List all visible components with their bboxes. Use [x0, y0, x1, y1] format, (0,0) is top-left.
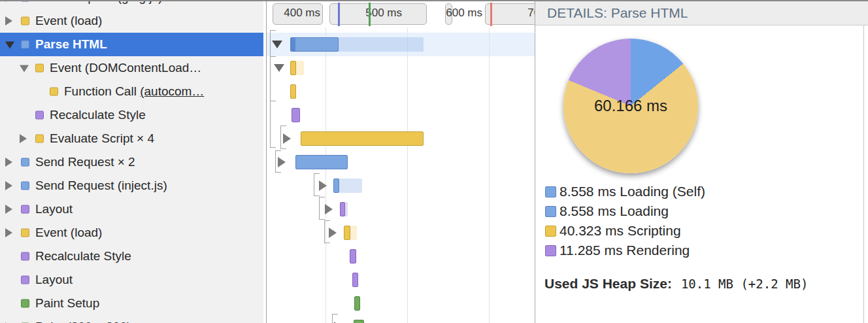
tree-row-send-request-2[interactable]: Send Request × 2	[0, 150, 263, 174]
tree-row-layout[interactable]: Layout	[0, 197, 263, 221]
hierarchy-bracket	[275, 150, 276, 173]
hierarchy-bracket-tick	[270, 147, 276, 148]
tree-row-label: Send Request × 2	[35, 150, 135, 174]
scripting-activity-bar[interactable]	[290, 61, 296, 75]
legend-item-text: 8.558 ms Loading	[559, 203, 669, 219]
tree-row-label: Send Request (inject.js)	[35, 174, 167, 197]
loading-legend-swatch-icon	[545, 186, 556, 197]
disclosure-triangle-icon[interactable]	[5, 42, 14, 49]
legend-item-8-558-ms-loading: 8.558 ms Loading	[545, 201, 705, 221]
flame-disclosure-triangle-icon[interactable]	[319, 180, 327, 191]
tree-row-label: Recalculate Style	[50, 103, 146, 127]
tree-row-layout[interactable]: Layout	[0, 268, 263, 292]
rendering-activity-bar[interactable]	[350, 249, 356, 264]
tree-row-label: Event (load)	[35, 221, 102, 245]
tree-row-label: Event (load)	[35, 9, 102, 33]
painting-category-icon	[21, 299, 29, 308]
ruler-tick-label: 400 ms	[263, 7, 320, 20]
rendering-activity-bar[interactable]	[292, 108, 300, 122]
flame-disclosure-triangle-icon[interactable]	[272, 41, 282, 48]
legend-item-11-285-ms-rendering: 11.285 ms Rendering	[545, 241, 705, 260]
green-event-marker-line	[369, 3, 371, 26]
flame-disclosure-triangle-icon[interactable]	[325, 204, 333, 214]
tree-row-label: Send Request (gtag.js)	[35, 1, 162, 9]
hierarchy-bracket-tick	[275, 150, 281, 151]
details-panel: DETAILS: Parse HTML 60.166 ms 8.558 ms L…	[535, 1, 868, 323]
painting-activity-bar[interactable]	[354, 296, 360, 311]
hierarchy-bracket	[270, 30, 271, 148]
heap-size-value: 10.1 MB (+2.2 MB)	[681, 277, 808, 291]
rendering-activity-bar[interactable]	[340, 202, 345, 216]
tree-row-send-request-inject-js[interactable]: Send Request (inject.js)	[0, 174, 263, 197]
hierarchy-bracket-tick	[314, 196, 320, 196]
flame-disclosure-triangle-icon[interactable]	[274, 64, 284, 72]
flame-disclosure-triangle-icon[interactable]	[283, 133, 291, 144]
tree-row-paint-800-800[interactable]: Paint (800 × 800)	[0, 315, 263, 323]
hierarchy-bracket-tick	[270, 56, 276, 57]
scripting-category-icon	[35, 64, 44, 73]
legend-item-8-558-ms-loading-self: 8.558 ms Loading (Self)	[545, 182, 705, 201]
tree-row-link[interactable]: (autocom…	[140, 84, 204, 98]
tree-row-evaluate-script-4[interactable]: Evaluate Script × 4	[0, 127, 263, 150]
tree-row-label: Event (DOMContentLoad…	[50, 56, 201, 80]
flame-disclosure-triangle-icon[interactable]	[278, 157, 286, 167]
disclosure-triangle-icon[interactable]	[5, 158, 12, 167]
hierarchy-bracket-tick	[324, 243, 330, 243]
scripting-activity-ghost-bar	[295, 61, 304, 75]
legend-item-text: 40.323 ms Scripting	[559, 223, 681, 239]
tree-row-send-request-gtag-js[interactable]: Send Request (gtag.js)	[0, 1, 263, 9]
hierarchy-bracket	[324, 220, 325, 243]
hierarchy-bracket-tick	[275, 172, 281, 173]
hierarchy-bracket	[332, 314, 333, 323]
loading-activity-bar[interactable]	[295, 155, 348, 169]
pie-legend: 8.558 ms Loading (Self)8.558 ms Loading4…	[545, 182, 705, 260]
rendering-category-icon	[21, 276, 29, 284]
tree-row-label: Layout	[35, 268, 73, 292]
hierarchy-bracket-tick	[280, 126, 286, 126]
disclosure-triangle-icon[interactable]	[5, 1, 12, 2]
flame-disclosure-triangle-icon[interactable]	[329, 228, 337, 238]
scripting-activity-bar[interactable]	[344, 226, 350, 240]
scripting-category-icon	[21, 17, 29, 26]
ruler-tick-label: 700 ms	[492, 7, 535, 20]
tree-row-event-load[interactable]: Event (load)	[0, 221, 263, 245]
disclosure-triangle-icon[interactable]	[20, 134, 27, 143]
tree-row-label: Function Call (autocom…	[64, 80, 204, 103]
rendering-activity-bar[interactable]	[352, 273, 358, 287]
tree-row-label: Recalculate Style	[35, 245, 131, 268]
painting-activity-bar[interactable]	[354, 320, 364, 323]
details-scrollbar-track[interactable]	[863, 26, 864, 323]
hierarchy-bracket-tick	[314, 173, 320, 174]
disclosure-triangle-icon[interactable]	[5, 205, 12, 214]
loading-activity-bar[interactable]	[290, 37, 339, 52]
tree-row-event-domcontentload[interactable]: Event (DOMContentLoad…	[0, 56, 263, 80]
hierarchy-bracket	[319, 197, 320, 220]
details-title: DETAILS: Parse HTML	[535, 1, 868, 25]
legend-item-40-323-ms-scripting: 40.323 ms Scripting	[545, 221, 705, 241]
loading-activity-bar[interactable]	[333, 178, 339, 193]
loading-category-icon	[21, 182, 29, 190]
tree-row-label: Layout	[35, 197, 73, 221]
tree-row-recalculate-style[interactable]: Recalculate Style	[0, 103, 263, 127]
blue-event-marker-line	[338, 3, 340, 26]
heap-size-row: Used JS Heap Size:10.1 MB (+2.2 MB)	[544, 276, 808, 292]
disclosure-triangle-icon[interactable]	[5, 181, 12, 190]
tree-row-event-load[interactable]: Event (load)	[0, 9, 263, 33]
disclosure-triangle-icon[interactable]	[20, 65, 29, 73]
tree-row-label: Paint (800 × 800)	[35, 315, 131, 323]
tree-row-function-call[interactable]: Function Call (autocom…	[0, 80, 263, 103]
hierarchy-bracket-tick	[280, 148, 286, 149]
tree-row-recalculate-style[interactable]: Recalculate Style	[0, 245, 263, 268]
disclosure-triangle-icon[interactable]	[5, 16, 12, 26]
disclosure-triangle-icon[interactable]	[5, 228, 12, 237]
hierarchy-bracket-tick	[324, 220, 330, 221]
tree-row-paint-setup[interactable]: Paint Setup	[0, 292, 263, 315]
tree-row-parse-html[interactable]: Parse HTML	[0, 33, 263, 56]
time-gridline	[489, 27, 490, 323]
scripting-activity-bar[interactable]	[290, 84, 296, 99]
tree-row-label: Evaluate Script × 4	[50, 127, 154, 150]
hierarchy-bracket-tick	[319, 219, 325, 220]
scripting-activity-bar[interactable]	[301, 131, 424, 146]
red-event-marker-line	[490, 3, 492, 26]
scripting-legend-swatch-icon	[545, 226, 556, 237]
